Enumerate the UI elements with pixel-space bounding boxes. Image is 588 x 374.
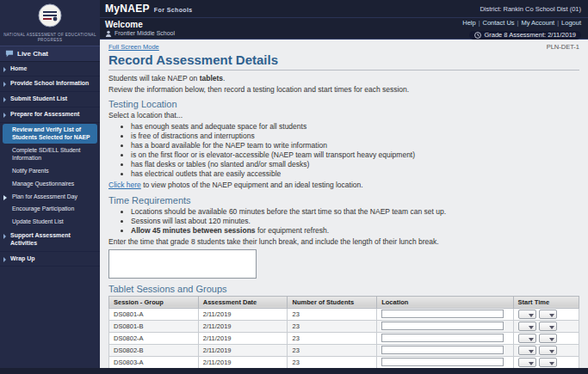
time-requirements-bullets: Locations should be available 60 minutes…	[131, 207, 579, 236]
sidebar-item-wrap-up[interactable]: Wrap Up	[0, 252, 100, 267]
nav-arrow-icon	[3, 67, 6, 72]
help-link[interactable]: Help	[462, 20, 475, 27]
intro-text: .	[223, 74, 225, 83]
table-header-row: Session - Group Assessment Date Number o…	[109, 296, 579, 308]
separator	[557, 20, 559, 27]
chevron-down-icon	[549, 362, 554, 365]
nav-arrow-icon	[3, 82, 6, 87]
chevron-down-icon	[549, 338, 554, 341]
start-time-select[interactable]	[518, 334, 536, 343]
bullet-item: is on the first floor or is elevator-acc…	[131, 150, 579, 160]
click-here-link[interactable]: Click here	[108, 181, 141, 189]
app-title: MyNAEP	[105, 3, 150, 15]
district-label: District: Rankin Co School Dist (01)	[480, 5, 581, 13]
assessment-date-cell: 2/11/2019	[198, 356, 288, 368]
page-title: Record Assessment Details	[108, 52, 579, 67]
naep-logo-icon	[38, 3, 62, 28]
sidebar-subitem-label: Complete SD/ELL Student Information	[12, 147, 80, 161]
sidebar-item-prepare-for-assessment[interactable]: Prepare for Assessment	[0, 107, 100, 123]
chevron-down-icon	[529, 350, 534, 353]
session-group-cell: DS0801-A	[109, 308, 199, 320]
session-group-cell: DS0803-A	[109, 356, 199, 368]
start-time-ampm-select[interactable]	[539, 358, 557, 367]
sidebar-item-submit-student-list[interactable]: Submit Student List	[0, 92, 100, 107]
start-time-cell	[513, 308, 579, 320]
location-input[interactable]	[381, 346, 503, 354]
start-time-select[interactable]	[518, 310, 536, 319]
sessions-table: Session - Group Assessment Date Number o…	[108, 296, 579, 368]
sidebar-subitem-label: Update Student List	[12, 218, 64, 224]
start-time-cell	[513, 332, 579, 344]
bullet-rest-text: for equipment refresh.	[256, 226, 330, 235]
column-header-start-time: Start Time	[513, 296, 579, 308]
nav-arrow-icon	[3, 257, 6, 262]
intro-bold-text: tablets	[200, 74, 223, 83]
page-code: PLN-DET-1	[547, 43, 579, 51]
location-cell	[377, 344, 513, 356]
user-icon	[105, 30, 112, 37]
current-page-marker-icon	[3, 195, 7, 200]
live-chat-button[interactable]: Live Chat	[0, 46, 100, 62]
start-time-cell	[513, 320, 579, 332]
app-root: National Assessment of Educational Progr…	[0, 0, 588, 374]
start-time-ampm-select[interactable]	[539, 310, 557, 319]
start-time-ampm-select[interactable]	[539, 322, 557, 331]
location-input[interactable]	[381, 310, 503, 318]
sidebar-item-manage-questionnaires[interactable]: Manage Questionnaires	[0, 178, 100, 191]
sessions-heading: Tablet Sessions and Groups	[108, 284, 579, 294]
sidebar-item-home[interactable]: Home	[0, 62, 100, 77]
bullet-item: has flat desks or tables (no slanted and…	[131, 160, 579, 169]
student-count-cell: 23	[288, 344, 377, 356]
logout-link[interactable]: Logout	[561, 20, 581, 27]
school-name: Frontier Middle School	[115, 30, 175, 37]
welcome-label: Welcome	[105, 20, 175, 29]
start-time-ampm-select[interactable]	[539, 334, 557, 343]
sidebar-subitem-label: Notify Parents	[12, 168, 49, 174]
sidebar-item-encourage-participation[interactable]: Encourage Participation	[0, 203, 100, 216]
start-time-select[interactable]	[518, 322, 536, 331]
assessment-date-cell: 2/11/2019	[198, 320, 288, 332]
student-count-cell: 23	[288, 332, 377, 344]
chevron-down-icon	[549, 326, 554, 329]
sidebar-subitem-label: Plan for Assessment Day	[12, 193, 77, 199]
sidebar-item-label: Wrap Up	[10, 255, 35, 261]
location-cell	[377, 332, 513, 344]
sidebar-item-plan-for-assessment-day[interactable]: Plan for Assessment Day	[0, 191, 100, 204]
sidebar-item-provide-school-information[interactable]: Provide School Information	[0, 77, 100, 92]
bottom-bar	[0, 368, 588, 374]
sidebar-item-review-and-verify-list[interactable]: Review and Verify List of Students Selec…	[3, 124, 97, 144]
my-account-link[interactable]: My Account	[521, 20, 554, 27]
chevron-down-icon	[549, 350, 554, 353]
sidebar-item-update-student-list[interactable]: Update Student List	[0, 216, 100, 229]
start-time-select[interactable]	[518, 358, 536, 367]
assessment-info: Grade 8 Assessment: 2/11/2019	[484, 32, 576, 39]
location-input[interactable]	[381, 358, 503, 366]
naep-logo-caption: National Assessment of Educational Progr…	[3, 33, 96, 43]
sidebar-subitem-label: Encourage Participation	[12, 205, 74, 212]
app-subtitle: For Schools	[154, 7, 193, 13]
contact-us-link[interactable]: Contact Us	[483, 20, 515, 27]
location-input[interactable]	[381, 322, 503, 330]
sidebar-item-support-assessment-activities[interactable]: Support Assessment Activities	[0, 229, 100, 252]
full-screen-mode-link[interactable]: Full Screen Mode	[108, 43, 159, 51]
assessment-date-cell: 2/11/2019	[198, 332, 288, 344]
sidebar-subitem-label: Manage Questionnaires	[12, 181, 74, 187]
photos-line-text: to view photos of the NAEP equipment and…	[141, 181, 363, 189]
photos-line: Click here to view photos of the NAEP eq…	[108, 181, 579, 190]
chevron-down-icon	[529, 338, 534, 341]
bullet-item: has electrical outlets that are easily a…	[131, 169, 579, 179]
sidebar-item-notify-parents[interactable]: Notify Parents	[0, 165, 100, 178]
assessment-date-cell: 2/11/2019	[198, 308, 288, 320]
lunch-prompt: Enter the time that grade 8 students tak…	[108, 237, 579, 247]
lunch-break-textarea[interactable]	[108, 249, 257, 279]
start-time-select[interactable]	[518, 346, 536, 355]
location-input[interactable]	[381, 334, 503, 342]
start-time-ampm-select[interactable]	[539, 346, 557, 355]
app-brand: MyNAEP For Schools	[105, 3, 193, 15]
live-chat-label: Live Chat	[17, 50, 48, 58]
intro-line-1: Students will take NAEP on tablets.	[108, 74, 579, 83]
table-row: DS0803-A 2/11/2019 23	[109, 356, 579, 368]
intro-line-2: Review the information below, then recor…	[108, 85, 579, 95]
sidebar-item-complete-sdell-information[interactable]: Complete SD/ELL Student Information	[0, 144, 100, 165]
top-header: MyNAEP For Schools District: Rankin Co S…	[100, 0, 588, 40]
